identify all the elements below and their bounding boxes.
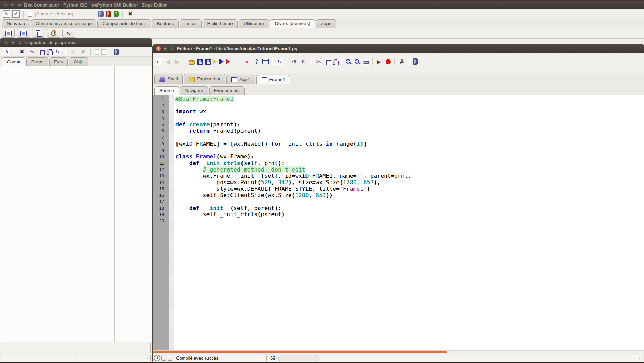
palette-image-list-button[interactable] [32, 29, 45, 38]
inspector-tab-evts[interactable]: Evts [49, 57, 68, 66]
line-number: 16 [153, 192, 169, 199]
find-again-icon[interactable] [354, 58, 361, 65]
palette-tab-label: Utilisateur [244, 21, 264, 26]
view-tab-ev-nements[interactable]: Evénements [209, 86, 245, 95]
palette-tab-boutons[interactable]: Boutons [152, 19, 179, 28]
cut-icon[interactable]: ✂ [28, 48, 36, 56]
run-yellow-icon[interactable] [213, 59, 217, 64]
palette-tab-utilisateur[interactable]: Utilisateur [239, 19, 269, 28]
print-icon[interactable] [363, 60, 369, 64]
open-icon[interactable] [189, 60, 195, 65]
toolbar-separator [185, 58, 185, 65]
edge-column-line [450, 95, 450, 350]
delete-item-icon[interactable]: ✖ [18, 48, 26, 56]
palette-tab-divers-donn-es[interactable]: Divers (données) [270, 19, 315, 28]
save-as-icon[interactable]: ? [205, 59, 211, 65]
tab-frame1[interactable]: Frame1 [256, 75, 290, 84]
inspector-status-field-2 [77, 355, 151, 361]
tab-shell[interactable]: Shell [154, 74, 183, 84]
frame-post-icon[interactable]: ✐ [12, 10, 20, 18]
palette-tab-composants-de-base[interactable]: Composants de base [97, 19, 151, 28]
inspector-window: ×−□ Inspecteur de propriétés ↰✖✂↻✔✖ Cons… [0, 38, 152, 362]
redo-icon[interactable]: ↻ [300, 58, 308, 65]
palette-tab-listes[interactable]: Listes [180, 19, 201, 28]
reload-module-icon[interactable]: ↻ [276, 58, 283, 65]
help-book-icon[interactable] [413, 58, 418, 65]
minimize-button[interactable]: − [10, 2, 15, 8]
debug-icon[interactable]: ∗ [243, 58, 251, 65]
toolbar-separator [110, 48, 110, 55]
toolbar-separator [372, 58, 373, 65]
line-number: 14 [153, 179, 169, 186]
toolbar-separator [409, 58, 409, 65]
editor-title: Editeur - Frame1 - file:///home/nicolas/… [177, 46, 297, 51]
palette-cursor-tool-button[interactable]: ↖ [62, 29, 75, 38]
code-line: style=wx.DEFAULT_FRAME_STYLE, title='Fra… [175, 186, 644, 192]
run-app-icon[interactable] [219, 59, 224, 64]
palette-tab-label: Conteneurs / mise en page [36, 21, 92, 26]
close-view-icon[interactable]: ✖ [127, 10, 134, 18]
inspector-tab-constr[interactable]: Constr [2, 57, 25, 66]
minimize-button[interactable]: − [163, 46, 168, 51]
minimize-button[interactable]: − [10, 40, 15, 45]
tab-explorateur[interactable]: Explorateur [184, 74, 225, 84]
maximize-button[interactable]: □ [17, 2, 22, 8]
help-book-blue-icon[interactable] [98, 11, 104, 17]
palette-tab-conteneurs-mise-en-page[interactable]: Conteneurs / mise en page [31, 19, 96, 28]
code-editor[interactable]: 1234567891011121314151617181920 #Boa:Fra… [153, 95, 644, 350]
maximize-button[interactable]: □ [170, 46, 175, 51]
line-number: 12 [153, 167, 169, 173]
code-text[interactable]: #Boa:Frame:Frame1import wxdef create(par… [174, 95, 644, 350]
view-tab-label: Naviguer [185, 88, 203, 93]
property-column-divider[interactable] [114, 66, 115, 342]
info-icon[interactable]: i [154, 355, 160, 361]
paste-icon[interactable] [47, 49, 52, 55]
palette-editor-list-button[interactable] [17, 29, 30, 38]
view-tab-source[interactable]: Source [154, 86, 179, 95]
palette-timer-button[interactable] [47, 29, 60, 38]
frame-designer-icon[interactable]: ✎ [3, 10, 10, 18]
palette-tab-zope[interactable]: Zope [316, 19, 336, 28]
cut-icon[interactable]: ✂ [315, 58, 322, 65]
save-icon[interactable] [197, 59, 203, 65]
tab-app1[interactable]: App1 [226, 75, 255, 84]
maximize-button[interactable]: □ [17, 40, 22, 45]
help-book-green-icon[interactable] [114, 11, 119, 17]
cursor-tool-icon: ↖ [65, 30, 73, 37]
select-parent-icon[interactable]: ↰ [3, 48, 10, 55]
breakpoint-icon[interactable] [386, 59, 391, 64]
check-source-icon[interactable]: ? [253, 58, 260, 65]
copy-icon[interactable] [38, 49, 44, 55]
recreate-icon[interactable]: ↻ [54, 48, 61, 55]
view-tab-naviguer[interactable]: Naviguer [180, 86, 208, 95]
close-module-icon[interactable]: ↩ [155, 58, 162, 65]
selection-checkbox[interactable] [28, 12, 32, 16]
run-module-icon[interactable] [226, 59, 230, 64]
inspector-tab-objs[interactable]: Objs [69, 57, 88, 66]
paste-icon[interactable] [333, 59, 337, 65]
copy-icon[interactable] [324, 59, 331, 65]
close-button[interactable]: × [3, 2, 8, 8]
run-to-cursor-icon[interactable]: ▶| [376, 58, 384, 65]
view-designer-icon[interactable] [262, 59, 269, 64]
find-icon[interactable] [345, 58, 352, 65]
inspector-tab-props[interactable]: Props [26, 57, 48, 66]
format-source-icon[interactable]: # [398, 58, 406, 65]
inspector-property-grid[interactable] [0, 66, 152, 342]
help-book-red-icon[interactable] [106, 11, 111, 17]
palette-tab-nouveau[interactable]: Nouveau [2, 19, 30, 28]
horizontal-scrollbar[interactable] [153, 350, 644, 354]
close-button[interactable]: × [156, 46, 161, 51]
fold-margin [169, 95, 174, 350]
line-number: 19 [153, 211, 169, 218]
help-book-icon[interactable] [114, 49, 119, 55]
frame-icon [261, 77, 267, 82]
component-palette: ↖ [0, 28, 644, 38]
undo-icon[interactable]: ↺ [290, 58, 298, 65]
next-message-button[interactable] [168, 356, 172, 361]
close-button[interactable]: × [3, 40, 9, 45]
prev-message-button[interactable] [161, 356, 166, 361]
palette-tree-ctrl-button[interactable] [2, 29, 15, 38]
palette-tab-biblioth-que[interactable]: Bibliothèque [203, 19, 238, 28]
scrollbar-thumb[interactable] [153, 351, 447, 353]
